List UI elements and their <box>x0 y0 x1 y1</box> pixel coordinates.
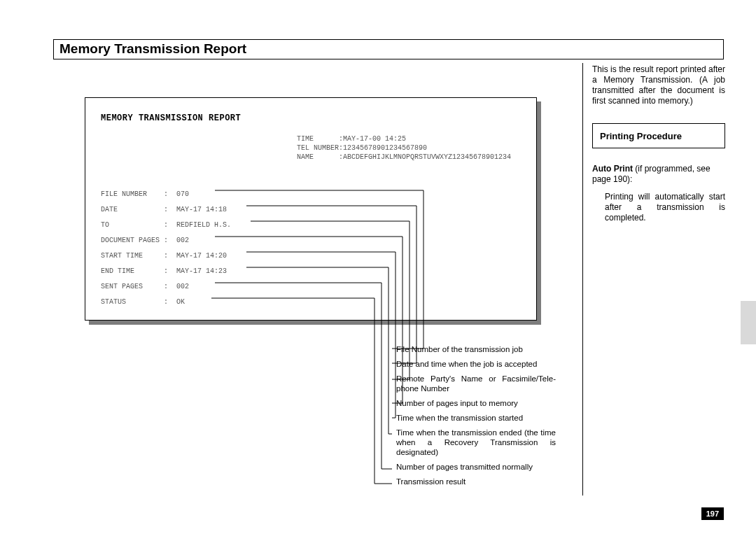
page-number: 197 <box>701 507 724 520</box>
autoprint-line: Auto Print (if programmed, see page 190)… <box>592 164 725 185</box>
field-document-pages: DOCUMENT PAGES : 002 <box>101 233 521 248</box>
field-sent-pages: SENT PAGES : 002 <box>101 279 521 295</box>
callout-end-time: Time when the transmission ended (the ti… <box>396 428 556 457</box>
callout-status: Transmission result <box>396 477 556 486</box>
field-to: TO : REDFIELD H.S. <box>101 218 521 233</box>
section-title-box: Memory Transmission Report <box>53 39 724 59</box>
field-file-number: FILE NUMBER : 070 <box>101 187 521 202</box>
intro-text: This is the result report printed after … <box>592 64 725 106</box>
callout-to: Remote Party's Name or Facsimile/Tele­ph… <box>396 374 556 393</box>
field-start-time: START TIME : MAY-17 14:20 <box>101 248 521 264</box>
callout-file-number: File Number of the transmission job <box>396 344 556 354</box>
callout-document-pages: Number of pages input to memory <box>396 398 556 408</box>
right-column: This is the result report printed after … <box>592 64 725 223</box>
autoprint-bold: Auto Print <box>592 164 633 174</box>
field-status: STATUS : OK <box>101 295 521 310</box>
field-date: DATE : MAY-17 14:18 <box>101 202 521 218</box>
callout-sent-pages: Number of pages transmitted normally <box>396 462 556 472</box>
report-header-tel: TEL NUMBER:12345678901234567890 <box>297 143 521 153</box>
report-fields: FILE NUMBER : 070 DATE : MAY-17 14:18 TO… <box>101 187 521 310</box>
page: Memory Transmission Report MEMORY TRANSM… <box>0 0 756 534</box>
field-end-time: END TIME : MAY-17 14:23 <box>101 264 521 279</box>
callout-labels: File Number of the transmission job Date… <box>396 344 556 491</box>
column-divider <box>582 63 583 496</box>
procedure-title: Printing Procedure <box>600 131 682 141</box>
report-heading: MEMORY TRANSMISSION REPORT <box>101 113 521 123</box>
main-area: MEMORY TRANSMISSION REPORT TIME :MAY-17-… <box>53 64 725 512</box>
report-header-name: NAME :ABCDEFGHIJKLMNOPQRSTUVWXYZ12345678… <box>297 153 521 162</box>
autoprint-body: Printing will automatically start after … <box>605 192 725 223</box>
callout-date: Date and time when the job is accepted <box>396 359 556 369</box>
callout-start-time: Time when the transmission started <box>396 413 556 423</box>
section-title: Memory Transmission Report <box>59 41 246 56</box>
report-panel: MEMORY TRANSMISSION REPORT TIME :MAY-17-… <box>85 97 537 321</box>
procedure-box: Printing Procedure <box>592 123 725 148</box>
section-tab <box>741 301 756 344</box>
report-header-time: TIME :MAY-17-00 14:25 <box>297 134 521 143</box>
